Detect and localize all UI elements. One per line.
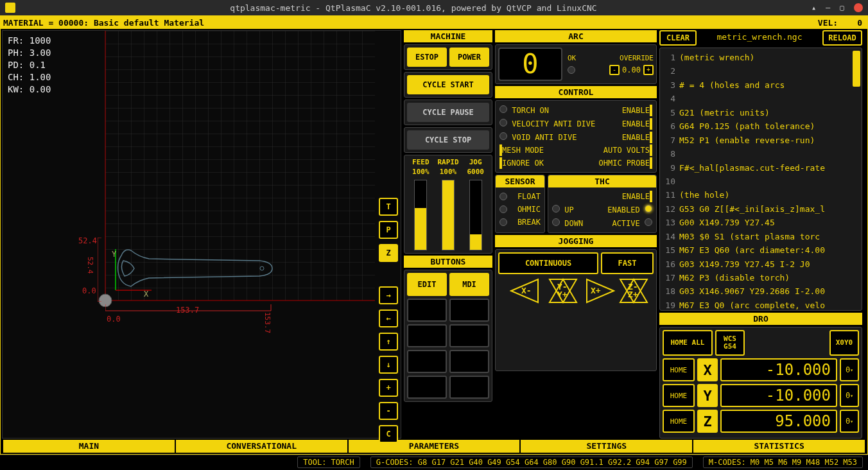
enable-checkbox[interactable]: [650, 118, 652, 130]
arc-ov-plus[interactable]: +: [643, 65, 654, 75]
slider-jog[interactable]: [469, 180, 482, 250]
nav-button[interactable]: +: [379, 379, 398, 397]
control-right-label: OHMIC PROBE: [599, 159, 650, 168]
tab-main[interactable]: MAIN: [3, 440, 175, 453]
user-button-slot[interactable]: [407, 350, 447, 373]
tab-settings[interactable]: SETTINGS: [521, 440, 692, 453]
nav-button[interactable]: ←: [379, 309, 398, 327]
slider-feed[interactable]: [414, 180, 427, 250]
view-p-button[interactable]: P: [379, 221, 398, 239]
jog-z-minus[interactable]: Z-: [619, 278, 648, 304]
x0y0-button[interactable]: X0Y0: [829, 330, 859, 356]
gcode-line-number: 4: [661, 92, 675, 105]
gcode-line-text: G53 G0 Z[[#<_ini[axis_z]max_l: [679, 202, 825, 216]
gcode-line-number: 12: [661, 202, 675, 216]
sensor-float-label: FLOAT: [517, 192, 541, 201]
zero-y-button[interactable]: 0▾: [840, 384, 859, 407]
zero-z-button[interactable]: 0▾: [840, 410, 859, 433]
footer-tool: TOOL: TORCH: [297, 457, 360, 468]
dim-y-zero: 0.0: [82, 286, 96, 295]
user-button-slot[interactable]: [449, 324, 489, 347]
material-bar: MATERIAL = 00000: Basic default Material…: [1, 16, 867, 29]
thc-enable-checkbox[interactable]: [650, 191, 652, 202]
gcode-listing[interactable]: 1(metric wrench)23# = 4 (holes and arcs4…: [659, 48, 862, 311]
gcode-line-text: (metric wrench): [679, 51, 754, 64]
home-z-button[interactable]: HOME: [663, 410, 695, 433]
enable-checkbox[interactable]: [650, 105, 652, 116]
thc-active-label: ACTIVE: [612, 219, 639, 228]
power-button[interactable]: POWER: [449, 48, 489, 67]
jog-x-minus[interactable]: X-: [510, 278, 539, 304]
jog-y-minus[interactable]: Y-: [548, 278, 578, 304]
slider-jog-value: 6000: [467, 168, 484, 176]
material-label[interactable]: MATERIAL = 00000: Basic default Material: [3, 18, 818, 28]
slider-rapid[interactable]: [442, 180, 455, 250]
ohmic-probe-checkbox[interactable]: [650, 157, 652, 169]
dro-header: DRO: [659, 313, 862, 325]
user-button-slot[interactable]: [449, 299, 489, 322]
gcode-reload-button[interactable]: RELOAD: [822, 30, 862, 46]
slider-rapid-label: RAPID: [437, 158, 458, 166]
preview-viewport[interactable]: Y X FR: 1000 PH: 3.00 PD: 0.1 CH: 1.00 K…: [2, 30, 401, 439]
svg-text:X+: X+: [591, 286, 601, 295]
home-all-button[interactable]: HOME ALL: [663, 330, 713, 356]
view-t-button[interactable]: T: [379, 198, 398, 216]
gcode-line-number: 13: [661, 216, 675, 229]
gcode-clear-button[interactable]: CLEAR: [659, 30, 697, 46]
window-close-icon[interactable]: [854, 3, 863, 12]
control-label: VELOCITY ANTI DIVE: [512, 119, 595, 128]
tab-parameters[interactable]: PARAMETERS: [349, 440, 520, 453]
nav-button[interactable]: ↑: [379, 333, 398, 351]
dim-y-span: 52.4: [86, 257, 94, 274]
gcode-line-number: 19: [661, 299, 675, 311]
cycle-start-button[interactable]: CYCLE START: [407, 75, 489, 94]
gcode-line-number: 18: [661, 284, 675, 298]
user-button-slot[interactable]: [449, 350, 489, 373]
dro-y-value: -10.000: [720, 384, 837, 407]
window-pin-icon[interactable]: ▴: [812, 3, 820, 12]
jog-fast-button[interactable]: FAST: [601, 252, 654, 274]
zero-x-button[interactable]: 0▾: [840, 358, 859, 381]
dro-z-value: 95.000: [720, 410, 837, 433]
enable-checkbox[interactable]: [650, 132, 652, 143]
mdi-button[interactable]: MDI: [449, 273, 489, 296]
dim-bracket-y: [98, 238, 105, 302]
gcode-line-number: 16: [661, 257, 675, 271]
jog-continuous-button[interactable]: CONTINUOUS: [498, 252, 598, 274]
home-x-button[interactable]: HOME: [663, 358, 695, 381]
edit-button[interactable]: EDIT: [407, 273, 447, 296]
gcode-line-number: 3: [661, 78, 675, 92]
nav-button[interactable]: ↓: [379, 356, 398, 374]
footer-gcodes: G-CODES: G8 G17 G21 G40 G49 G54 G64 G80 …: [370, 457, 693, 468]
user-button-slot[interactable]: [449, 376, 489, 399]
window-minimize-icon[interactable]: —: [826, 3, 835, 12]
control-header: CONTROL: [495, 86, 657, 98]
nav-button[interactable]: C: [379, 425, 398, 443]
user-button-slot[interactable]: [407, 324, 447, 347]
wcs-button[interactable]: WCS G54: [715, 330, 745, 356]
gcode-line-number: 15: [661, 243, 675, 257]
user-button-slot[interactable]: [407, 299, 447, 322]
thc-enable-label: ENABLE: [622, 192, 650, 201]
gcode-line-text: G03 X146.9067 Y29.2686 I-2.00: [679, 284, 825, 298]
sensor-break-label: BREAK: [517, 218, 541, 227]
window-maximize-icon[interactable]: ▢: [840, 3, 849, 12]
home-y-button[interactable]: HOME: [663, 384, 695, 407]
tab-conversational[interactable]: CONVERSATIONAL: [176, 440, 347, 453]
jog-x-plus[interactable]: X+: [586, 278, 615, 304]
sensor-header: SENSOR: [496, 175, 544, 187]
gcode-line-number: 11: [661, 188, 675, 202]
user-button-slot[interactable]: [407, 376, 447, 399]
cycle-stop-button[interactable]: CYCLE STOP: [407, 130, 489, 150]
nav-button[interactable]: -: [379, 402, 398, 420]
cycle-pause-button[interactable]: CYCLE PAUSE: [407, 103, 489, 122]
slider-rapid-value: 100%: [440, 168, 457, 176]
view-z-button[interactable]: Z: [379, 244, 398, 262]
auto-volts-checkbox[interactable]: [650, 144, 652, 156]
scrollbar-thumb[interactable]: [853, 51, 860, 87]
tab-statistics[interactable]: STATISTICS: [693, 440, 865, 453]
gcode-line-text: G00 X149.739 Y27.45: [679, 216, 775, 229]
nav-button[interactable]: →: [379, 286, 398, 304]
estop-button[interactable]: ESTOP: [407, 48, 447, 67]
arc-ov-minus[interactable]: -: [609, 65, 620, 75]
